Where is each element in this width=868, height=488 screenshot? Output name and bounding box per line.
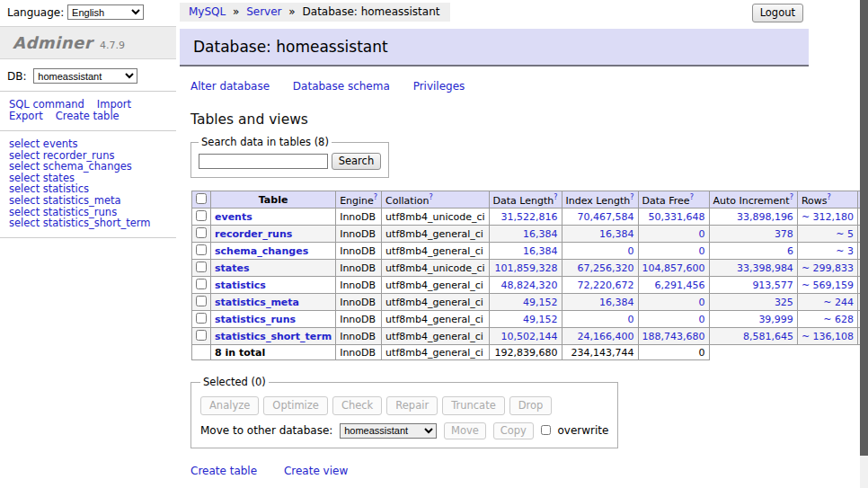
sidebar-select-link[interactable]: select statistics_short_term bbox=[9, 217, 176, 229]
help-link[interactable]: ? bbox=[790, 193, 793, 201]
auto-increment-cell[interactable]: 33,898,196 bbox=[709, 209, 797, 226]
logout-button[interactable]: Logout bbox=[752, 4, 803, 22]
index-length-cell[interactable]: 0 bbox=[562, 243, 638, 260]
search-input[interactable] bbox=[199, 154, 328, 169]
select-all-checkbox[interactable] bbox=[196, 193, 207, 204]
help-link[interactable]: ? bbox=[690, 193, 694, 201]
table-name-link[interactable]: statistics_short_term bbox=[215, 331, 332, 342]
main-content: MySQL » Server » Database: homeassistant… bbox=[180, 0, 819, 488]
row-checkbox[interactable] bbox=[196, 244, 207, 255]
data-free-cell[interactable]: 6,291,456 bbox=[638, 277, 709, 294]
table-name-link[interactable]: statistics_runs bbox=[215, 314, 296, 325]
data-length-cell[interactable]: 101,859,328 bbox=[489, 260, 562, 277]
rows-cell[interactable]: ~ 5 bbox=[797, 226, 857, 243]
sidebar-select-link[interactable]: select events bbox=[9, 138, 176, 150]
data-free-cell[interactable]: 0 bbox=[638, 243, 709, 260]
move-button[interactable]: Move bbox=[444, 422, 486, 439]
auto-increment-cell[interactable]: 39,999 bbox=[709, 311, 797, 328]
drop-button[interactable]: Drop bbox=[509, 396, 553, 415]
sidebar-select-link[interactable]: select statistics_meta bbox=[9, 195, 176, 207]
index-length-cell[interactable]: 24,166,400 bbox=[562, 328, 638, 345]
row-checkbox[interactable] bbox=[196, 210, 207, 221]
breadcrumb-item[interactable]: Server bbox=[246, 5, 281, 18]
auto-increment-cell[interactable]: 378 bbox=[709, 226, 797, 243]
data-length-cell[interactable]: 16,384 bbox=[489, 226, 562, 243]
data-length-cell[interactable]: 48,824,320 bbox=[489, 277, 562, 294]
rows-cell[interactable]: ~ 569,159 bbox=[797, 277, 857, 294]
rows-cell[interactable]: ~ 244 bbox=[797, 294, 857, 311]
sidebar-create-table-link[interactable]: Create table bbox=[56, 110, 120, 122]
data-length-cell[interactable]: 31,522,816 bbox=[489, 209, 562, 226]
create-table-link[interactable]: Create table bbox=[190, 465, 257, 477]
database-schema-link[interactable]: Database schema bbox=[293, 80, 390, 93]
analyze-button[interactable]: Analyze bbox=[200, 396, 259, 415]
help-link[interactable]: ? bbox=[554, 193, 557, 201]
create-view-link[interactable]: Create view bbox=[284, 465, 348, 477]
repair-button[interactable]: Repair bbox=[386, 396, 438, 415]
scrollbar-thumb[interactable] bbox=[860, 0, 868, 456]
row-checkbox[interactable] bbox=[196, 313, 207, 324]
table-name-link[interactable]: statistics bbox=[215, 279, 266, 291]
row-checkbox[interactable] bbox=[196, 330, 207, 341]
data-length-cell[interactable]: 49,152 bbox=[489, 311, 562, 328]
check-button[interactable]: Check bbox=[332, 396, 382, 415]
table-name-cell: statistics_runs bbox=[211, 311, 336, 328]
data-free-cell[interactable]: 104,857,600 bbox=[638, 260, 709, 277]
search-button[interactable]: Search bbox=[332, 153, 382, 170]
index-length-cell[interactable]: 72,220,672 bbox=[562, 277, 638, 294]
table-name-link[interactable]: recorder_runs bbox=[215, 228, 292, 240]
breadcrumb-item[interactable]: MySQL bbox=[189, 5, 226, 18]
data-length-cell[interactable]: 16,384 bbox=[489, 243, 562, 260]
sidebar-export-link[interactable]: Export bbox=[9, 110, 43, 122]
auto-increment-cell[interactable]: 325 bbox=[709, 294, 797, 311]
auto-increment-cell[interactable]: 33,398,984 bbox=[709, 260, 797, 277]
auto-increment-cell[interactable]: 6 bbox=[709, 243, 797, 260]
auto-increment-cell[interactable]: 913,577 bbox=[709, 277, 797, 294]
sidebar-select-link[interactable]: select schema_changes bbox=[9, 161, 176, 173]
sidebar-sql-command-link[interactable]: SQL command bbox=[9, 98, 84, 111]
data-free-cell[interactable]: 188,743,680 bbox=[638, 328, 709, 345]
help-link[interactable]: ? bbox=[827, 193, 830, 201]
privileges-link[interactable]: Privileges bbox=[413, 80, 465, 93]
language-select[interactable]: English bbox=[67, 4, 144, 20]
help-link[interactable]: ? bbox=[630, 193, 633, 201]
data-length-cell[interactable]: 10,502,144 bbox=[489, 328, 562, 345]
vertical-scrollbar[interactable] bbox=[860, 0, 868, 488]
index-length-cell[interactable]: 16,384 bbox=[562, 294, 638, 311]
table-name-link[interactable]: statistics_meta bbox=[215, 297, 299, 308]
index-length-cell[interactable]: 0 bbox=[562, 311, 638, 328]
alter-database-link[interactable]: Alter database bbox=[190, 80, 270, 93]
rows-cell[interactable]: ~ 299,833 bbox=[797, 260, 857, 277]
table-name-link[interactable]: schema_changes bbox=[215, 245, 308, 257]
sidebar-import-link[interactable]: Import bbox=[97, 98, 131, 111]
overwrite-checkbox[interactable] bbox=[541, 425, 551, 435]
data-free-cell[interactable]: 50,331,648 bbox=[638, 209, 709, 226]
optimize-button[interactable]: Optimize bbox=[263, 396, 328, 415]
table-name-link[interactable]: events bbox=[215, 211, 252, 223]
row-checkbox[interactable] bbox=[196, 227, 207, 238]
move-db-select[interactable]: homeassistant bbox=[340, 423, 437, 439]
row-checkbox[interactable] bbox=[196, 279, 207, 289]
rows-cell[interactable]: ~ 628 bbox=[797, 311, 857, 328]
index-length-cell[interactable]: 67,256,320 bbox=[562, 260, 638, 277]
rows-cell[interactable]: ~ 312,180 bbox=[797, 209, 857, 226]
data-length-cell[interactable]: 49,152 bbox=[489, 294, 562, 311]
auto-increment-cell[interactable]: 8,581,645 bbox=[709, 328, 797, 345]
overwrite-label[interactable]: overwrite bbox=[557, 424, 608, 437]
data-free-cell[interactable]: 0 bbox=[638, 294, 709, 311]
data-free-cell[interactable]: 0 bbox=[638, 226, 709, 243]
db-select[interactable]: homeassistant bbox=[33, 68, 137, 84]
index-length-cell[interactable]: 70,467,584 bbox=[562, 209, 638, 226]
table-name-link[interactable]: states bbox=[215, 262, 250, 274]
rows-cell[interactable]: ~ 3 bbox=[797, 243, 857, 260]
data-free-cell[interactable]: 0 bbox=[638, 311, 709, 328]
help-link[interactable]: ? bbox=[429, 193, 432, 201]
db-selector-row: DB: homeassistant bbox=[0, 59, 176, 92]
row-checkbox[interactable] bbox=[196, 262, 207, 272]
row-checkbox[interactable] bbox=[196, 296, 207, 306]
rows-cell[interactable]: ~ 136,108 bbox=[797, 328, 857, 345]
truncate-button[interactable]: Truncate bbox=[442, 396, 505, 415]
copy-button[interactable]: Copy bbox=[493, 422, 534, 439]
index-length-cell[interactable]: 16,384 bbox=[562, 226, 638, 243]
help-link[interactable]: ? bbox=[374, 193, 377, 201]
